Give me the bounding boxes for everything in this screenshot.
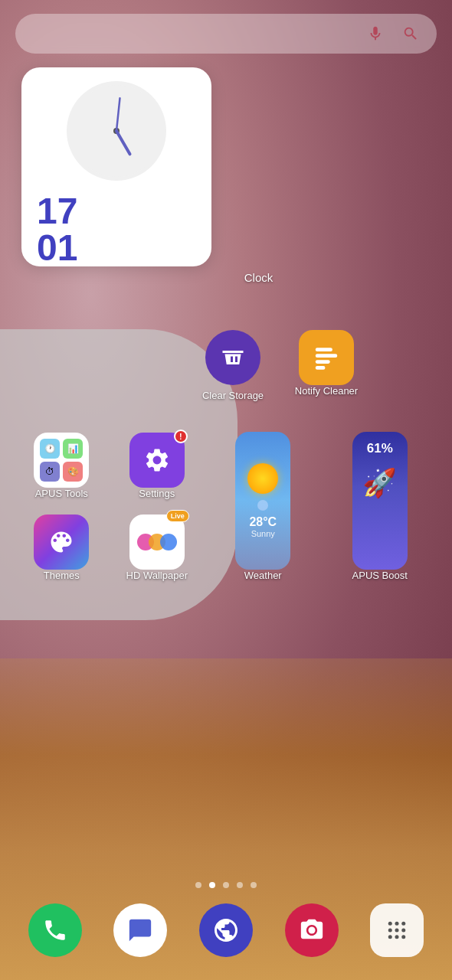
apus-boost-label: APUS Boost xyxy=(352,570,408,581)
app-hd-wallpaper[interactable]: Live HD Wallpaper xyxy=(126,514,188,581)
settings-label: Settings xyxy=(139,488,175,499)
notify-cleaner-icon xyxy=(299,330,354,385)
svg-point-8 xyxy=(308,926,315,933)
svg-rect-6 xyxy=(316,360,330,364)
messages-icon[interactable] xyxy=(113,903,167,957)
clear-storage-label: Clear Storage xyxy=(202,390,264,401)
dot-3[interactable] xyxy=(237,882,243,888)
col-boost: 61% 🚀 APUS Boost xyxy=(338,432,422,581)
notify-cleaner-label: Notify Cleaner xyxy=(295,385,358,397)
apus-tools-icon: 🕐 📊 ⏱ 🎨 xyxy=(34,433,89,488)
svg-point-13 xyxy=(395,929,399,933)
dock-camera[interactable] xyxy=(285,903,339,957)
weather-condition: Sunny xyxy=(251,529,275,538)
pagination-dots xyxy=(0,882,452,888)
apus-boost-icon: 61% 🚀 xyxy=(352,432,408,570)
hd-wallpaper-label: HD Wallpaper xyxy=(126,570,188,581)
dot-2[interactable] xyxy=(223,882,229,888)
browser-icon[interactable] xyxy=(199,903,253,957)
svg-point-14 xyxy=(401,929,405,933)
app-apus-boost[interactable]: 61% 🚀 APUS Boost xyxy=(338,432,422,581)
col-second: ! Settings Live HD Wallpaper xyxy=(126,433,188,581)
dot-0[interactable] xyxy=(195,882,201,888)
clock-date: 17 01 xyxy=(37,193,77,266)
apus-tools-label: APUS Tools xyxy=(35,488,88,499)
app-rows-23: 🕐 📊 ⏱ 🎨 APUS Tools Themes xyxy=(8,432,444,581)
col-left: 🕐 📊 ⏱ 🎨 APUS Tools Themes xyxy=(30,433,93,581)
mic-icon[interactable] xyxy=(363,21,388,46)
app-settings[interactable]: ! Settings xyxy=(126,433,188,499)
dock xyxy=(12,903,440,957)
app-weather[interactable]: 28°C Sunny Weather xyxy=(221,432,305,581)
live-badge: Live xyxy=(166,510,189,522)
dot-1[interactable] xyxy=(209,882,215,888)
settings-notification-dot: ! xyxy=(174,430,188,443)
col-weather: 28°C Sunny Weather xyxy=(221,432,305,581)
svg-point-11 xyxy=(401,922,405,926)
svg-point-17 xyxy=(401,935,405,939)
svg-point-10 xyxy=(395,922,399,926)
weather-widget-icon: 28°C Sunny xyxy=(235,432,290,570)
hd-wallpaper-icon: Live xyxy=(129,514,185,570)
svg-point-12 xyxy=(388,929,392,933)
weather-label: Weather xyxy=(244,570,282,581)
clock-label: Clock xyxy=(65,271,452,284)
app-themes[interactable]: Themes xyxy=(30,514,93,581)
svg-point-16 xyxy=(395,935,399,939)
weather-temp: 28°C xyxy=(249,515,277,529)
svg-point-9 xyxy=(388,922,392,926)
app-clear-storage[interactable]: Clear Storage xyxy=(191,330,275,401)
themes-label: Themes xyxy=(44,570,80,581)
themes-icon xyxy=(34,514,89,570)
dock-app-drawer[interactable] xyxy=(370,903,424,957)
phone-icon[interactable] xyxy=(28,903,82,957)
search-bar[interactable] xyxy=(15,14,437,54)
weather-sun xyxy=(247,463,278,494)
weather-dot xyxy=(257,500,268,511)
boost-rocket-icon: 🚀 xyxy=(362,467,397,499)
svg-rect-5 xyxy=(316,354,338,358)
dot-4[interactable] xyxy=(251,882,257,888)
dock-browser[interactable] xyxy=(199,903,253,957)
dock-phone[interactable] xyxy=(28,903,82,957)
svg-rect-7 xyxy=(316,366,326,370)
clock-face xyxy=(67,81,166,181)
svg-point-15 xyxy=(388,935,392,939)
svg-rect-4 xyxy=(316,348,332,351)
app-notify-cleaner[interactable]: Notify Cleaner xyxy=(284,330,368,401)
camera-icon[interactable] xyxy=(285,903,339,957)
settings-icon: ! xyxy=(129,433,185,488)
clear-storage-icon xyxy=(205,330,260,385)
app-row-1: Clear Storage Notify Cleaner xyxy=(8,330,444,401)
dock-messages[interactable] xyxy=(113,903,167,957)
boost-percent: 61% xyxy=(367,441,393,456)
app-apus-tools[interactable]: 🕐 📊 ⏱ 🎨 APUS Tools xyxy=(30,433,93,499)
search-icon[interactable] xyxy=(398,21,423,46)
app-drawer-icon[interactable] xyxy=(370,903,424,957)
clock-widget[interactable]: 17 01 xyxy=(21,67,211,266)
